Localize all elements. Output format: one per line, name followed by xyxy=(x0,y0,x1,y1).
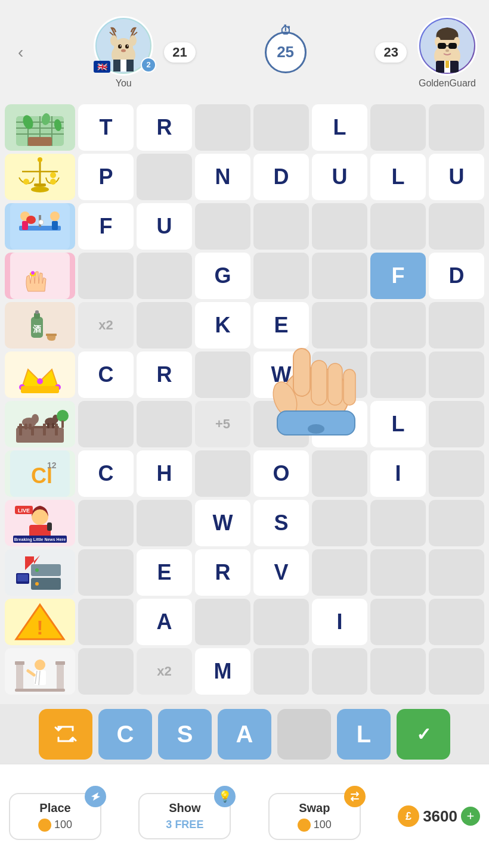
clue-5: 酒 xyxy=(5,302,75,349)
score-coin-icon: £ xyxy=(398,805,419,827)
cell-r7c2[interactable] xyxy=(137,401,192,447)
letter: A xyxy=(157,609,172,634)
swap-tile[interactable] xyxy=(39,709,92,760)
cell-r4c2[interactable] xyxy=(137,253,192,299)
svg-point-47 xyxy=(50,172,56,178)
clue-12 xyxy=(5,648,75,695)
cell-r9c5[interactable] xyxy=(312,500,367,546)
svg-point-8 xyxy=(127,45,128,46)
svg-rect-28 xyxy=(445,61,449,68)
cell-r10c5[interactable] xyxy=(312,549,367,596)
letter: E xyxy=(157,560,171,585)
svg-rect-109 xyxy=(17,574,28,581)
svg-point-107 xyxy=(35,582,39,586)
cell-r12c6[interactable] xyxy=(370,648,426,695)
score-you: 21 xyxy=(164,42,195,63)
cell-r8c7[interactable] xyxy=(429,450,484,497)
cell-r1c3[interactable] xyxy=(195,104,250,151)
swap-icon xyxy=(344,786,366,807)
cell-r6c5[interactable] xyxy=(312,351,367,398)
cell-r1c6[interactable] xyxy=(370,104,426,151)
cell-r4c6-selected[interactable]: F xyxy=(370,253,426,299)
cell-r6c7[interactable] xyxy=(429,351,484,398)
cell-r9c3: W xyxy=(195,500,250,546)
letter: L xyxy=(333,115,346,140)
cell-r5c6[interactable] xyxy=(370,302,426,349)
letter: O xyxy=(273,461,289,486)
cell-r8c1: C xyxy=(78,450,134,497)
score-value: 3600 xyxy=(423,807,457,826)
tile-S[interactable]: S xyxy=(158,709,212,760)
swap-button[interactable]: Swap 100 xyxy=(268,793,361,840)
cell-r9c2[interactable] xyxy=(137,500,192,546)
cell-r7c7[interactable] xyxy=(429,401,484,447)
cell-r8c5[interactable] xyxy=(312,450,367,497)
cell-r7c1[interactable] xyxy=(78,401,134,447)
cell-r4c4[interactable] xyxy=(253,253,309,299)
cell-r5c1: x2 xyxy=(78,302,134,349)
svg-rect-76 xyxy=(19,424,22,435)
cell-r3c6[interactable] xyxy=(370,203,426,250)
cell-r3c7[interactable] xyxy=(429,203,484,250)
cell-r6c3[interactable] xyxy=(195,351,250,398)
cell-r7c6: L xyxy=(370,401,426,447)
show-button[interactable]: 💡 Show 3 FREE xyxy=(138,793,231,839)
svg-rect-97 xyxy=(47,522,52,531)
flag-badge: 🇬🇧 xyxy=(94,61,110,73)
cell-r11c7[interactable] xyxy=(429,599,484,645)
cell-r5c2[interactable] xyxy=(137,302,192,349)
cell-r11c1[interactable] xyxy=(78,599,134,645)
letter: M xyxy=(214,659,232,684)
cell-r7c4[interactable] xyxy=(253,401,309,447)
cell-r5c4: E xyxy=(253,302,309,349)
cell-r11c3[interactable] xyxy=(195,599,250,645)
cell-r5c5[interactable] xyxy=(312,302,367,349)
multiplier: x2 xyxy=(98,318,113,333)
player-you: 🇬🇧 2 You xyxy=(94,16,153,89)
cell-r10c1[interactable] xyxy=(78,549,134,596)
cell-r10c6[interactable] xyxy=(370,549,426,596)
cell-r2c2[interactable] xyxy=(137,154,192,200)
cell-r9c1[interactable] xyxy=(78,500,134,546)
cell-r12c4[interactable] xyxy=(253,648,309,695)
multiplier2: x2 xyxy=(157,664,171,679)
cell-r11c4[interactable] xyxy=(253,599,309,645)
svg-rect-78 xyxy=(43,424,46,435)
timer-value: 25 xyxy=(277,43,294,61)
cell-r8c3[interactable] xyxy=(195,450,250,497)
cell-r12c5[interactable] xyxy=(312,648,367,695)
cell-r9c7[interactable] xyxy=(429,500,484,546)
cell-r5c7[interactable] xyxy=(429,302,484,349)
back-button[interactable]: ‹ xyxy=(12,40,29,65)
cell-r11c6[interactable] xyxy=(370,599,426,645)
player-opponent-name: GoldenGuard xyxy=(419,78,476,89)
cell-r4c1[interactable] xyxy=(78,253,134,299)
cell-r11c5: I xyxy=(312,599,367,645)
cell-r9c6[interactable] xyxy=(370,500,426,546)
svg-point-6 xyxy=(125,44,129,48)
cell-r3c3[interactable] xyxy=(195,203,250,250)
cell-r10c7[interactable] xyxy=(429,549,484,596)
cell-r3c5[interactable] xyxy=(312,203,367,250)
svg-point-58 xyxy=(39,220,44,225)
svg-text:酒: 酒 xyxy=(33,324,41,334)
clue-10 xyxy=(5,549,75,596)
tile-L[interactable]: L xyxy=(337,709,391,760)
cell-r4c5[interactable] xyxy=(312,253,367,299)
add-coins-button[interactable]: + xyxy=(461,807,480,826)
cell-r12c7[interactable] xyxy=(429,648,484,695)
place-button[interactable]: Place 100 xyxy=(9,793,101,840)
cell-r6c6[interactable] xyxy=(370,351,426,398)
tile-C[interactable]: C xyxy=(98,709,152,760)
cell-r12c1[interactable] xyxy=(78,648,134,695)
cell-r1c7[interactable] xyxy=(429,104,484,151)
cell-r1c4[interactable] xyxy=(253,104,309,151)
cell-r3c4[interactable] xyxy=(253,203,309,250)
tile-empty[interactable] xyxy=(277,709,331,760)
cell-r8c4: O xyxy=(253,450,309,497)
cell-r12c2: x2 xyxy=(137,648,192,695)
svg-text:!: ! xyxy=(36,616,43,639)
confirm-tile[interactable]: ✓ xyxy=(397,709,450,760)
cell-r10c2: E xyxy=(137,549,192,596)
tile-A[interactable]: A xyxy=(218,709,271,760)
